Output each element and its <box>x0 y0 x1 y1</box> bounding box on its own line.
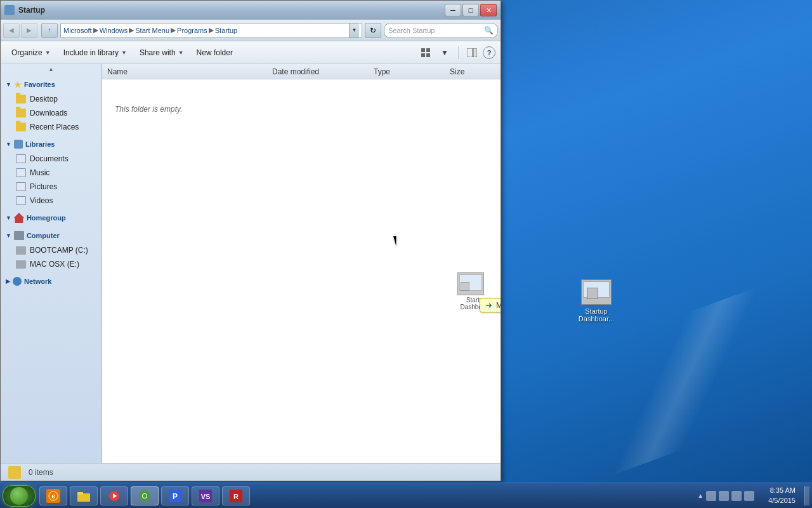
homegroup-icon <box>14 213 24 223</box>
share-with-button[interactable]: Share with ▼ <box>134 44 190 62</box>
sidebar-item-music[interactable]: Music <box>1 166 102 180</box>
libraries-arrow-icon: ▼ <box>6 141 11 147</box>
column-header-date[interactable]: Date modified <box>272 67 374 76</box>
close-button[interactable]: ✕ <box>480 4 497 17</box>
back-button[interactable]: ◀ <box>3 23 20 38</box>
svg-point-14 <box>143 494 147 498</box>
file-list: Name Date modified Type Size This folder… <box>102 64 501 463</box>
sidebar-network-header[interactable]: ▶ Network <box>1 274 102 289</box>
sidebar-section-network: ▶ Network <box>1 274 102 289</box>
sidebar-section-favorites: ▼ ★ Favorites Desktop Downloads Recent P… <box>1 77 102 134</box>
network-arrow-icon: ▶ <box>6 278 10 284</box>
sidebar-macosx-label: MAC OSX (E:) <box>30 260 79 269</box>
libraries-label: Libraries <box>25 140 55 148</box>
taskbar-item-paint[interactable]: P <box>161 486 189 505</box>
include-in-library-button[interactable]: Include in library ▼ <box>58 44 133 62</box>
pictures-icon <box>16 182 26 191</box>
view-options-button[interactable] <box>417 44 434 61</box>
breadcrumb-windows[interactable]: Windows <box>100 27 128 34</box>
taskbar-item-chrome[interactable] <box>131 486 159 505</box>
sidebar-item-downloads[interactable]: Downloads <box>1 106 102 120</box>
computer-label: Computer <box>27 232 60 239</box>
system-tray: ▲ <box>692 491 759 501</box>
clock-time: 8:35 AM <box>768 486 796 495</box>
breadcrumb-microsoft[interactable]: Microsoft <box>63 27 92 34</box>
downloads-folder-icon <box>16 109 26 117</box>
clock[interactable]: 8:35 AM 4/5/2015 <box>763 486 801 505</box>
computer-arrow-icon: ▼ <box>6 232 11 239</box>
breadcrumb-startup[interactable]: Startup <box>215 27 237 34</box>
taskbar-item-ie[interactable]: e <box>39 486 67 505</box>
folder-icon <box>77 489 91 503</box>
sidebar-item-bootcamp[interactable]: BOOTCAMP (C:) <box>1 243 102 257</box>
move-to-startup-tooltip: ➜ Move to Startup <box>480 298 501 312</box>
svg-rect-5 <box>473 48 477 57</box>
sidebar-libraries-header[interactable]: ▼ Libraries <box>1 137 102 152</box>
maximize-button[interactable]: □ <box>462 4 479 17</box>
sidebar-homegroup-header[interactable]: ▼ Homegroup <box>1 210 102 225</box>
column-header-size[interactable]: Size <box>450 67 501 76</box>
search-icon[interactable]: 🔍 <box>484 26 494 35</box>
sidebar: ▲ ▼ ★ Favorites Desktop Downloads <box>1 64 102 463</box>
organize-button[interactable]: Organize ▼ <box>6 44 56 62</box>
organize-dropdown-arrow: ▼ <box>45 50 51 56</box>
sidebar-computer-header[interactable]: ▼ Computer <box>1 228 102 243</box>
refresh-button[interactable]: ↻ <box>365 23 381 38</box>
search-placeholder: Search Startup <box>388 27 484 34</box>
desktop-icon-image <box>581 279 612 305</box>
sidebar-item-pictures[interactable]: Pictures <box>1 180 102 194</box>
help-button[interactable]: ? <box>483 46 495 59</box>
main-content: ▲ ▼ ★ Favorites Desktop Downloads <box>1 64 501 463</box>
sidebar-downloads-label: Downloads <box>30 109 67 117</box>
explorer-window: Startup ─ □ ✕ ◀ ▶ ↑ Microsoft ▶ Windows … <box>0 0 501 481</box>
desktop-icon-startup-dashboard[interactable]: Startup Dashboar... <box>571 279 622 323</box>
window-icon <box>4 5 15 15</box>
forward-button[interactable]: ▶ <box>21 23 37 38</box>
taskbar-item-media[interactable] <box>100 486 128 505</box>
taskbar-item-folder[interactable] <box>70 486 98 505</box>
taskbar: e <box>0 483 812 508</box>
network-icon <box>13 277 22 286</box>
favorites-label: Favorites <box>24 81 55 88</box>
sidebar-item-videos[interactable]: Videos <box>1 194 102 208</box>
drag-ghost-image <box>457 272 484 295</box>
title-bar: Startup ─ □ ✕ <box>1 1 501 20</box>
breadcrumb-startmenu[interactable]: Start Menu <box>135 27 169 34</box>
sidebar-item-documents[interactable]: Documents <box>1 152 102 166</box>
taskbar-item-vs[interactable]: VS <box>192 486 219 505</box>
taskbar-right: ▲ 8:35 AM 4/5/2015 <box>692 486 809 505</box>
address-dropdown-arrow[interactable]: ▼ <box>349 23 359 38</box>
sidebar-item-macosx[interactable]: MAC OSX (E:) <box>1 257 102 271</box>
systray-icon-3 <box>731 491 742 501</box>
sidebar-item-desktop[interactable]: Desktop <box>1 92 102 106</box>
systray-expand[interactable]: ▲ <box>697 492 704 499</box>
start-button[interactable] <box>3 485 36 507</box>
column-header-name[interactable]: Name <box>107 67 272 76</box>
minimize-button[interactable]: ─ <box>445 4 461 17</box>
view-dropdown-arrow[interactable]: ▼ <box>436 44 453 61</box>
address-bar[interactable]: Microsoft ▶ Windows ▶ Start Menu ▶ Progr… <box>60 23 362 38</box>
preview-pane-button[interactable] <box>464 44 480 61</box>
show-desktop-button[interactable] <box>804 486 809 505</box>
sidebar-item-recent-places[interactable]: Recent Places <box>1 120 102 134</box>
sidebar-section-libraries: ▼ Libraries Documents Music Pictures <box>1 137 102 208</box>
drag-ghost-shortcut-overlay <box>461 282 469 291</box>
up-button[interactable]: ↑ <box>41 23 58 38</box>
toolbar: Organize ▼ Include in library ▼ Share wi… <box>1 41 501 64</box>
taskbar-item-ruby[interactable]: R <box>222 486 250 505</box>
sidebar-favorites-header[interactable]: ▼ ★ Favorites <box>1 77 102 92</box>
documents-icon <box>16 154 26 163</box>
sidebar-expand-arrow[interactable]: ▲ <box>1 64 102 74</box>
breadcrumb-programs[interactable]: Programs <box>177 27 207 34</box>
column-header-type[interactable]: Type <box>374 67 450 76</box>
navigation-bar: ◀ ▶ ↑ Microsoft ▶ Windows ▶ Start Menu ▶… <box>1 20 501 41</box>
svg-text:P: P <box>173 492 178 501</box>
search-box[interactable]: Search Startup 🔍 <box>384 23 498 38</box>
new-folder-button[interactable]: New folder <box>191 44 239 62</box>
svg-rect-2 <box>421 53 425 57</box>
sidebar-desktop-label: Desktop <box>30 95 58 104</box>
status-folder-icon <box>8 466 21 479</box>
status-bar: 0 items <box>1 463 501 481</box>
sidebar-bootcamp-label: BOOTCAMP (C:) <box>30 246 88 255</box>
clock-date: 4/5/2015 <box>768 496 796 505</box>
